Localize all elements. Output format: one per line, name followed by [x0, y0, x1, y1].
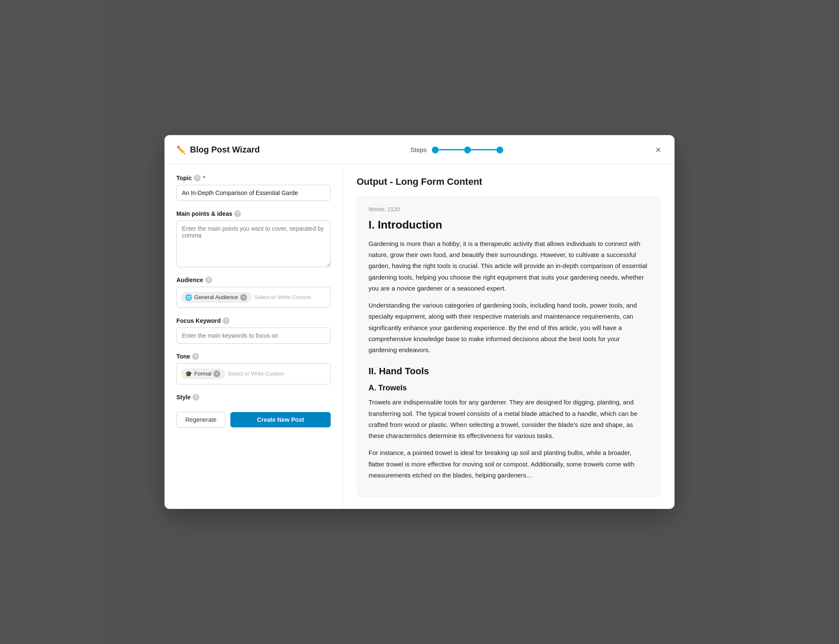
audience-tag-text: General Audience [194, 294, 238, 300]
main-points-field-group: Main points & ideas ? [176, 210, 331, 267]
words-count: Words: 2120 [368, 206, 649, 212]
blog-post-wizard-modal: ✏️ Blog Post Wizard Steps × [164, 135, 675, 509]
style-help-icon[interactable]: ? [193, 394, 199, 401]
content-para-4: For instance, a pointed trowel is ideal … [368, 447, 649, 481]
audience-help-icon[interactable]: ? [205, 277, 212, 283]
content-section-intro-heading: I. Introduction [368, 218, 649, 232]
main-points-label: Main points & ideas ? [176, 210, 331, 217]
focus-keyword-field-group: Focus Keyword ? [176, 317, 331, 344]
audience-tag-general: 🌐 General Audience × [181, 292, 252, 302]
step-dot-3 [496, 147, 503, 153]
tone-tag-emoji: 🎓 [185, 370, 192, 377]
tone-label: Tone ? [176, 353, 331, 360]
audience-tag-input[interactable]: 🌐 General Audience × Select or Write Cus… [176, 287, 331, 308]
audience-field-group: Audience ? 🌐 General Audience × Select o… [176, 277, 331, 308]
topic-input[interactable] [176, 185, 331, 201]
audience-label: Audience ? [176, 277, 331, 283]
modal-body: Topic ? * Main points & ideas ? [164, 164, 675, 509]
focus-keyword-input[interactable] [176, 328, 331, 344]
tone-tag-remove-btn[interactable]: × [213, 370, 220, 377]
tone-tag-input[interactable]: 🎓 Formal × Select or Write Custom [176, 363, 331, 384]
content-para-3: Trowels are indispensable tools for any … [368, 397, 649, 441]
topic-label: Topic ? * [176, 175, 331, 181]
audience-placeholder: Select or Write Custom [254, 294, 311, 300]
bottom-actions: Regenerate Create New Post [176, 410, 331, 428]
tone-field-group: Tone ? 🎓 Formal × Select or Write Custom [176, 353, 331, 384]
tone-tag-formal: 🎓 Formal × [181, 369, 225, 379]
focus-keyword-help-icon[interactable]: ? [223, 317, 230, 324]
step-line-1 [439, 149, 464, 150]
style-field-group: Style ? [176, 394, 331, 401]
modal-title-text: Blog Post Wizard [190, 145, 260, 155]
close-button[interactable]: × [654, 144, 663, 156]
pencil-icon: ✏️ [176, 145, 186, 155]
audience-tag-emoji: 🌐 [185, 294, 192, 301]
steps-container: Steps [411, 146, 503, 153]
audience-tag-remove-btn[interactable]: × [240, 294, 247, 301]
tone-tag-text: Formal [194, 370, 211, 377]
content-para-1: Gardening is more than a hobby; it is a … [368, 238, 649, 294]
content-para-2: Understanding the various categories of … [368, 300, 649, 356]
step-dot-2 [464, 147, 471, 153]
tone-help-icon[interactable]: ? [192, 353, 199, 360]
topic-help-icon[interactable]: ? [194, 175, 201, 181]
focus-keyword-label: Focus Keyword ? [176, 317, 331, 324]
modal-overlay: ✏️ Blog Post Wizard Steps × [0, 0, 839, 644]
modal-title: ✏️ Blog Post Wizard [176, 145, 260, 155]
main-points-help-icon[interactable]: ? [234, 210, 241, 217]
right-panel: Output - Long Form Content Words: 2120 I… [343, 164, 675, 509]
content-section-trowels-heading: A. Trowels [368, 384, 649, 393]
left-panel: Topic ? * Main points & ideas ? [164, 164, 343, 509]
steps-track [432, 147, 503, 153]
topic-field-group: Topic ? * [176, 175, 331, 201]
step-dot-1 [432, 147, 439, 153]
style-label: Style ? [176, 394, 331, 401]
main-points-textarea[interactable] [176, 220, 331, 267]
output-content-box: Words: 2120 I. Introduction Gardening is… [357, 196, 661, 497]
tone-placeholder: Select or Write Custom [227, 370, 284, 377]
modal-header: ✏️ Blog Post Wizard Steps × [164, 135, 675, 164]
content-section-handtools-heading: II. Hand Tools [368, 366, 649, 377]
regenerate-button[interactable]: Regenerate [176, 412, 225, 428]
steps-label: Steps [411, 146, 427, 153]
create-new-post-button[interactable]: Create New Post [230, 412, 331, 427]
step-line-2 [471, 149, 496, 150]
topic-required: * [203, 175, 205, 181]
output-title: Output - Long Form Content [357, 176, 661, 187]
